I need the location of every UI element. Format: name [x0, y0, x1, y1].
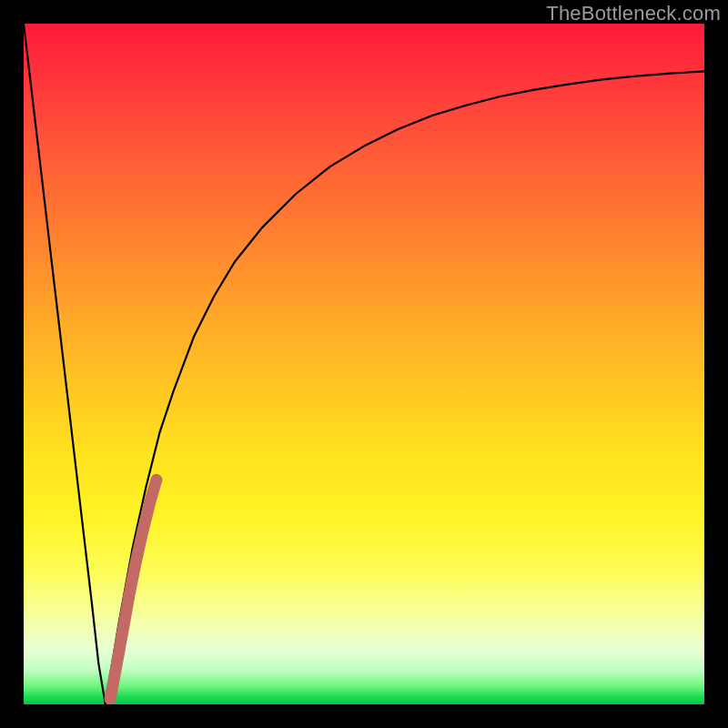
plot-area	[24, 24, 704, 704]
chart-frame: TheBottleneck.com	[0, 0, 728, 728]
highlighted-segment	[110, 480, 157, 699]
curve-layer	[24, 24, 704, 704]
watermark-text: TheBottleneck.com	[546, 2, 721, 25]
